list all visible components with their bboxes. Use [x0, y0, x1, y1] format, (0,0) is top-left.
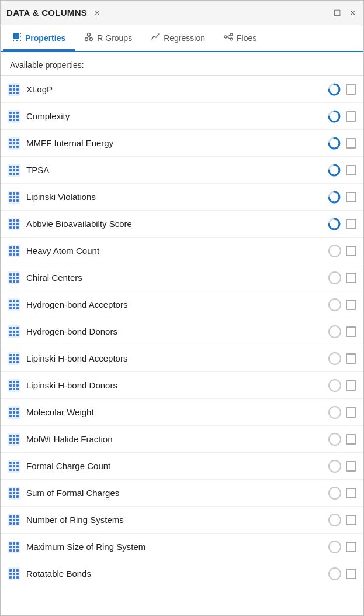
title-bar: DATA & COLUMNS × ☐ ×	[1, 1, 363, 25]
floes-tab-icon	[224, 32, 233, 43]
property-radio-inactive[interactable]	[328, 352, 341, 365]
property-checkbox[interactable]	[346, 165, 356, 175]
property-name: Lipinski H-bond Acceptors	[26, 353, 328, 363]
property-row: Complexity	[1, 103, 363, 130]
minimize-button[interactable]: ☐	[331, 7, 344, 19]
tab-rgroups[interactable]: R Groups	[75, 26, 141, 51]
property-controls	[328, 271, 356, 284]
svg-rect-3	[16, 36, 19, 39]
property-name: Complexity	[26, 111, 327, 121]
property-checkbox[interactable]	[346, 300, 356, 310]
tab-close-button[interactable]: ×	[92, 7, 102, 19]
property-checkbox[interactable]	[346, 488, 356, 498]
property-controls	[327, 163, 356, 177]
tab-regression-label: Regression	[164, 33, 205, 43]
property-name: Maximum Size of Ring System	[26, 542, 328, 552]
property-radio-inactive[interactable]	[328, 514, 341, 526]
property-name: Abbvie Bioavailabilty Score	[26, 219, 327, 229]
grid-icon	[8, 406, 20, 419]
property-controls	[328, 352, 356, 365]
svg-point-9	[88, 33, 91, 36]
property-controls	[328, 460, 356, 473]
property-radio-inactive[interactable]	[328, 460, 341, 473]
grid-icon	[8, 298, 20, 311]
available-properties-label: Available properties:	[1, 52, 363, 76]
property-name: TPSA	[26, 165, 327, 175]
properties-list: XLogP Complexity MMFF Internal Energy TP…	[1, 76, 363, 615]
svg-rect-7	[16, 40, 18, 41]
property-radio-inactive[interactable]	[328, 271, 341, 284]
property-checkbox[interactable]	[346, 273, 356, 283]
property-row: Formal Charge Count	[1, 453, 363, 480]
property-checkbox[interactable]	[346, 353, 356, 364]
property-checkbox[interactable]	[346, 542, 356, 552]
property-checkbox[interactable]	[346, 461, 356, 472]
property-radio-active[interactable]	[327, 82, 341, 97]
property-controls	[327, 82, 356, 97]
property-row: Hydrogen-bond Donors	[1, 318, 363, 345]
grid-icon	[8, 83, 20, 96]
tab-floes-label: Floes	[237, 33, 256, 43]
svg-point-14	[224, 36, 227, 38]
property-checkbox[interactable]	[346, 326, 356, 337]
property-checkbox[interactable]	[346, 192, 356, 202]
grid-icon	[8, 352, 20, 365]
svg-rect-1	[16, 33, 19, 36]
grid-icon	[8, 567, 20, 580]
tab-properties-label: Properties	[25, 33, 65, 43]
property-radio-active[interactable]	[327, 190, 341, 204]
property-radio-active[interactable]	[327, 217, 341, 231]
property-checkbox[interactable]	[346, 515, 356, 525]
property-controls	[327, 217, 356, 231]
property-radio-inactive[interactable]	[328, 325, 341, 338]
property-checkbox[interactable]	[346, 380, 356, 391]
property-radio-inactive[interactable]	[328, 433, 341, 446]
property-controls	[328, 433, 356, 446]
property-row: Hydrogen-bond Acceptors	[1, 291, 363, 318]
property-radio-active[interactable]	[327, 163, 341, 177]
property-name: Chiral Centers	[26, 273, 328, 283]
property-radio-inactive[interactable]	[328, 406, 341, 419]
property-checkbox[interactable]	[346, 407, 356, 418]
property-name: Number of Ring Systems	[26, 515, 328, 525]
property-radio-inactive[interactable]	[328, 245, 341, 257]
svg-rect-5	[20, 36, 21, 37]
svg-point-11	[90, 38, 93, 41]
property-radio-inactive[interactable]	[328, 541, 341, 553]
property-checkbox[interactable]	[346, 84, 356, 95]
property-name: Hydrogen-bond Donors	[26, 326, 328, 336]
property-radio-inactive[interactable]	[328, 298, 341, 311]
svg-point-10	[85, 38, 88, 41]
tab-regression[interactable]: Regression	[141, 26, 214, 51]
grid-icon	[8, 137, 20, 150]
grid-icon	[8, 110, 20, 123]
property-row: Molecular Weight	[1, 399, 363, 426]
close-button[interactable]: ×	[348, 7, 358, 19]
property-radio-inactive[interactable]	[328, 487, 341, 500]
property-name: Molecular Weight	[26, 407, 328, 417]
title-bar-right: ☐ ×	[331, 7, 358, 19]
property-checkbox[interactable]	[346, 246, 356, 256]
property-checkbox[interactable]	[346, 138, 356, 149]
property-radio-inactive[interactable]	[328, 567, 341, 580]
property-name: Lipinski H-bond Donors	[26, 380, 328, 390]
property-name: Rotatable Bonds	[26, 569, 328, 579]
property-name: Sum of Formal Charges	[26, 488, 328, 498]
svg-rect-6	[13, 40, 14, 41]
property-radio-active[interactable]	[327, 109, 341, 123]
property-row: Rotatable Bonds	[1, 560, 363, 587]
property-name: MMFF Internal Energy	[26, 138, 327, 148]
property-checkbox[interactable]	[346, 569, 356, 579]
tab-floes[interactable]: Floes	[214, 26, 266, 51]
svg-rect-8	[20, 40, 21, 41]
property-radio-inactive[interactable]	[328, 379, 341, 392]
property-controls	[328, 406, 356, 419]
property-row: Lipinski Violations	[1, 184, 363, 211]
property-radio-active[interactable]	[327, 136, 341, 150]
property-row: MMFF Internal Energy	[1, 130, 363, 157]
property-checkbox[interactable]	[346, 219, 356, 229]
property-checkbox[interactable]	[346, 111, 356, 122]
property-checkbox[interactable]	[346, 434, 356, 445]
tab-properties[interactable]: Properties	[3, 26, 75, 51]
property-name: Heavy Atom Count	[26, 246, 328, 256]
